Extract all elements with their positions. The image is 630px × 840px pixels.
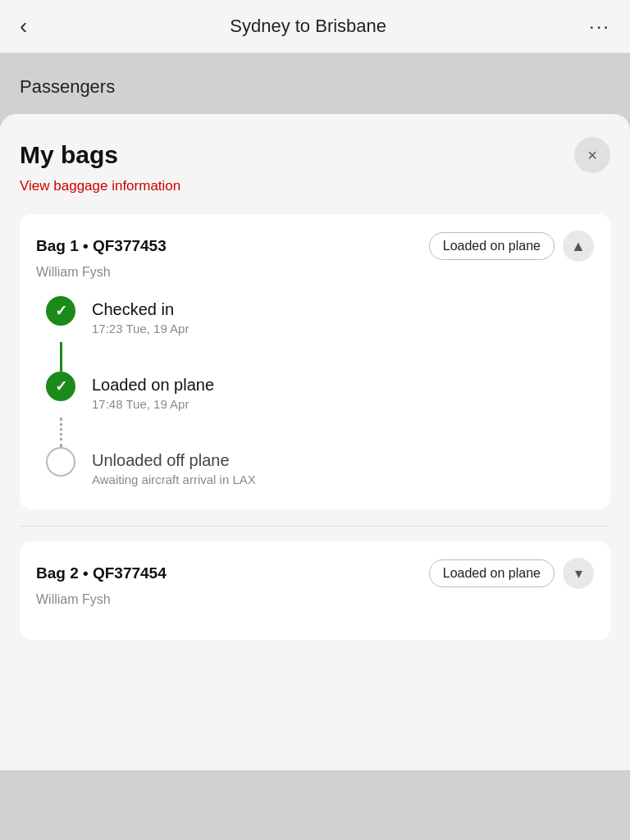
checked-in-icon: ✓ bbox=[46, 296, 75, 326]
unloaded-time: Awaiting aircraft arrival in LAX bbox=[92, 472, 594, 486]
timeline-left-3 bbox=[43, 447, 79, 477]
nav-title: Sydney to Brisbane bbox=[230, 16, 386, 37]
my-bags-title: My bags bbox=[20, 141, 118, 169]
bag-2-expand-button[interactable]: ▾ bbox=[563, 558, 594, 589]
unloaded-label: Unloaded off plane bbox=[92, 450, 594, 470]
bag-2-status-area: Loaded on plane ▾ bbox=[429, 558, 594, 589]
timeline-content-unloaded: Unloaded off plane Awaiting aircraft arr… bbox=[79, 447, 594, 493]
connector-1 bbox=[43, 342, 594, 372]
bag-1-id: Bag 1 • QF377453 bbox=[36, 237, 167, 255]
checked-in-label: Checked in bbox=[92, 299, 594, 319]
back-button[interactable]: ‹ bbox=[20, 15, 27, 38]
loaded-time: 17:48 Tue, 19 Apr bbox=[92, 397, 594, 411]
more-button[interactable]: ··· bbox=[589, 15, 610, 38]
main-card: My bags × View baggage information Bag 1… bbox=[0, 114, 630, 770]
bag-2-status-badge: Loaded on plane bbox=[429, 559, 555, 587]
timeline-left-2: ✓ bbox=[43, 372, 79, 401]
bag-1-expand-button[interactable]: ▲ bbox=[563, 231, 594, 262]
loaded-label: Loaded on plane bbox=[92, 375, 594, 395]
bag-2-header-row: Bag 2 • QF377454 Loaded on plane ▾ bbox=[36, 558, 594, 589]
bag-divider bbox=[20, 526, 610, 527]
passengers-label: Passengers bbox=[20, 76, 115, 97]
timeline-content-checked-in: Checked in 17:23 Tue, 19 Apr bbox=[79, 296, 594, 342]
solid-connector-1 bbox=[60, 342, 62, 372]
top-nav: ‹ Sydney to Brisbane ··· bbox=[0, 0, 630, 53]
bag-1-timeline: ✓ Checked in 17:23 Tue, 19 Apr ✓ bbox=[36, 296, 594, 493]
bag-2-passenger: William Fysh bbox=[36, 592, 594, 607]
bag-2-id: Bag 2 • QF377454 bbox=[36, 564, 167, 582]
bag-1-status-area: Loaded on plane ▲ bbox=[429, 231, 594, 262]
my-bags-header: My bags × bbox=[20, 137, 610, 173]
timeline-item-unloaded: Unloaded off plane Awaiting aircraft arr… bbox=[43, 447, 594, 493]
timeline-item-checked-in: ✓ Checked in 17:23 Tue, 19 Apr bbox=[43, 296, 594, 342]
checked-in-time: 17:23 Tue, 19 Apr bbox=[92, 322, 594, 336]
bag-1-header-row: Bag 1 • QF377453 Loaded on plane ▲ bbox=[36, 231, 594, 262]
unloaded-icon bbox=[46, 447, 75, 477]
bag-1-card: Bag 1 • QF377453 Loaded on plane ▲ Willi… bbox=[20, 214, 610, 509]
timeline-item-loaded: ✓ Loaded on plane 17:48 Tue, 19 Apr bbox=[43, 372, 594, 418]
loaded-icon: ✓ bbox=[46, 372, 75, 401]
close-button[interactable]: × bbox=[574, 137, 610, 173]
connector-2 bbox=[43, 418, 594, 447]
bag-1-status-badge: Loaded on plane bbox=[429, 232, 555, 260]
timeline-left-1: ✓ bbox=[43, 296, 79, 326]
timeline-content-loaded: Loaded on plane 17:48 Tue, 19 Apr bbox=[79, 372, 594, 418]
baggage-info-link[interactable]: View baggage information bbox=[20, 178, 180, 194]
passengers-section: Passengers bbox=[0, 53, 630, 114]
bag-2-card: Bag 2 • QF377454 Loaded on plane ▾ Willi… bbox=[20, 541, 610, 640]
dotted-connector-2 bbox=[60, 418, 62, 447]
bag-1-passenger: William Fysh bbox=[36, 265, 594, 280]
